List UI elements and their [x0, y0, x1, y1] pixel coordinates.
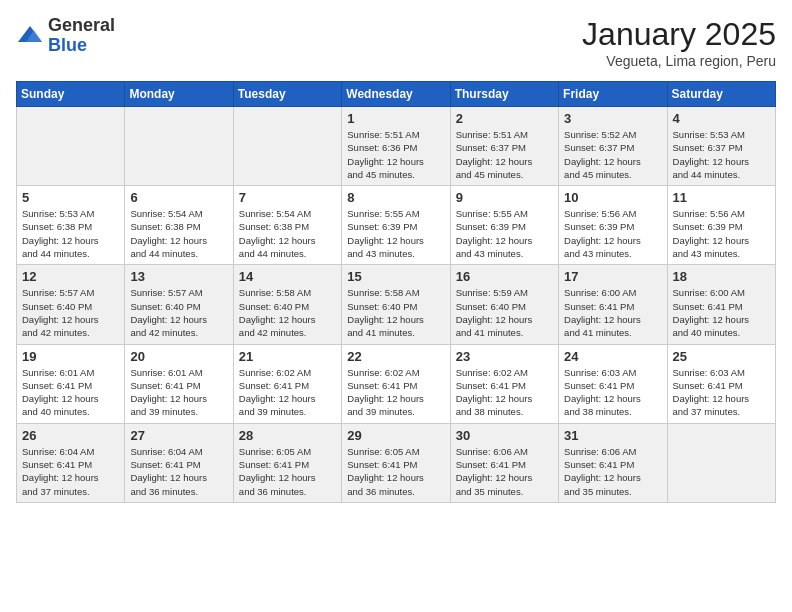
day-number: 21 — [239, 349, 336, 364]
cell-details: Sunrise: 5:55 AM Sunset: 6:39 PM Dayligh… — [347, 207, 444, 260]
location-subtitle: Vegueta, Lima region, Peru — [582, 53, 776, 69]
calendar-cell: 26Sunrise: 6:04 AM Sunset: 6:41 PM Dayli… — [17, 423, 125, 502]
cell-details: Sunrise: 5:56 AM Sunset: 6:39 PM Dayligh… — [564, 207, 661, 260]
calendar-cell: 30Sunrise: 6:06 AM Sunset: 6:41 PM Dayli… — [450, 423, 558, 502]
day-number: 7 — [239, 190, 336, 205]
cell-details: Sunrise: 6:06 AM Sunset: 6:41 PM Dayligh… — [456, 445, 553, 498]
cell-details: Sunrise: 6:01 AM Sunset: 6:41 PM Dayligh… — [130, 366, 227, 419]
cell-details: Sunrise: 6:04 AM Sunset: 6:41 PM Dayligh… — [130, 445, 227, 498]
calendar-cell — [125, 107, 233, 186]
calendar-cell — [667, 423, 775, 502]
calendar-cell: 15Sunrise: 5:58 AM Sunset: 6:40 PM Dayli… — [342, 265, 450, 344]
calendar-cell: 4Sunrise: 5:53 AM Sunset: 6:37 PM Daylig… — [667, 107, 775, 186]
day-number: 31 — [564, 428, 661, 443]
calendar-cell: 16Sunrise: 5:59 AM Sunset: 6:40 PM Dayli… — [450, 265, 558, 344]
day-number: 4 — [673, 111, 770, 126]
calendar-cell: 22Sunrise: 6:02 AM Sunset: 6:41 PM Dayli… — [342, 344, 450, 423]
cell-details: Sunrise: 5:57 AM Sunset: 6:40 PM Dayligh… — [130, 286, 227, 339]
calendar-cell: 6Sunrise: 5:54 AM Sunset: 6:38 PM Daylig… — [125, 186, 233, 265]
cell-details: Sunrise: 5:51 AM Sunset: 6:37 PM Dayligh… — [456, 128, 553, 181]
day-number: 10 — [564, 190, 661, 205]
calendar-week-2: 5Sunrise: 5:53 AM Sunset: 6:38 PM Daylig… — [17, 186, 776, 265]
day-number: 26 — [22, 428, 119, 443]
calendar-cell: 19Sunrise: 6:01 AM Sunset: 6:41 PM Dayli… — [17, 344, 125, 423]
logo: General Blue — [16, 16, 115, 56]
day-number: 15 — [347, 269, 444, 284]
calendar-body: 1Sunrise: 5:51 AM Sunset: 6:36 PM Daylig… — [17, 107, 776, 503]
cell-details: Sunrise: 5:51 AM Sunset: 6:36 PM Dayligh… — [347, 128, 444, 181]
calendar-cell: 8Sunrise: 5:55 AM Sunset: 6:39 PM Daylig… — [342, 186, 450, 265]
calendar-cell: 25Sunrise: 6:03 AM Sunset: 6:41 PM Dayli… — [667, 344, 775, 423]
day-number: 23 — [456, 349, 553, 364]
logo-icon — [16, 22, 44, 50]
cell-details: Sunrise: 6:01 AM Sunset: 6:41 PM Dayligh… — [22, 366, 119, 419]
calendar-cell: 24Sunrise: 6:03 AM Sunset: 6:41 PM Dayli… — [559, 344, 667, 423]
calendar-week-1: 1Sunrise: 5:51 AM Sunset: 6:36 PM Daylig… — [17, 107, 776, 186]
calendar-week-3: 12Sunrise: 5:57 AM Sunset: 6:40 PM Dayli… — [17, 265, 776, 344]
calendar-week-4: 19Sunrise: 6:01 AM Sunset: 6:41 PM Dayli… — [17, 344, 776, 423]
cell-details: Sunrise: 5:52 AM Sunset: 6:37 PM Dayligh… — [564, 128, 661, 181]
day-number: 29 — [347, 428, 444, 443]
day-number: 27 — [130, 428, 227, 443]
calendar-cell: 10Sunrise: 5:56 AM Sunset: 6:39 PM Dayli… — [559, 186, 667, 265]
day-header-sunday: Sunday — [17, 82, 125, 107]
cell-details: Sunrise: 5:59 AM Sunset: 6:40 PM Dayligh… — [456, 286, 553, 339]
logo-blue-text: Blue — [48, 35, 87, 55]
calendar-cell: 18Sunrise: 6:00 AM Sunset: 6:41 PM Dayli… — [667, 265, 775, 344]
cell-details: Sunrise: 5:54 AM Sunset: 6:38 PM Dayligh… — [130, 207, 227, 260]
calendar-cell — [17, 107, 125, 186]
day-header-monday: Monday — [125, 82, 233, 107]
day-header-thursday: Thursday — [450, 82, 558, 107]
cell-details: Sunrise: 6:06 AM Sunset: 6:41 PM Dayligh… — [564, 445, 661, 498]
day-number: 18 — [673, 269, 770, 284]
calendar-table: SundayMondayTuesdayWednesdayThursdayFrid… — [16, 81, 776, 503]
calendar-cell: 1Sunrise: 5:51 AM Sunset: 6:36 PM Daylig… — [342, 107, 450, 186]
calendar-cell: 12Sunrise: 5:57 AM Sunset: 6:40 PM Dayli… — [17, 265, 125, 344]
day-number: 13 — [130, 269, 227, 284]
calendar-cell — [233, 107, 341, 186]
day-number: 6 — [130, 190, 227, 205]
logo-general-text: General — [48, 15, 115, 35]
calendar-cell: 21Sunrise: 6:02 AM Sunset: 6:41 PM Dayli… — [233, 344, 341, 423]
calendar-cell: 28Sunrise: 6:05 AM Sunset: 6:41 PM Dayli… — [233, 423, 341, 502]
cell-details: Sunrise: 6:02 AM Sunset: 6:41 PM Dayligh… — [456, 366, 553, 419]
calendar-cell: 23Sunrise: 6:02 AM Sunset: 6:41 PM Dayli… — [450, 344, 558, 423]
day-number: 8 — [347, 190, 444, 205]
calendar-cell: 14Sunrise: 5:58 AM Sunset: 6:40 PM Dayli… — [233, 265, 341, 344]
calendar-cell: 17Sunrise: 6:00 AM Sunset: 6:41 PM Dayli… — [559, 265, 667, 344]
calendar-cell: 9Sunrise: 5:55 AM Sunset: 6:39 PM Daylig… — [450, 186, 558, 265]
day-number: 1 — [347, 111, 444, 126]
calendar-cell: 31Sunrise: 6:06 AM Sunset: 6:41 PM Dayli… — [559, 423, 667, 502]
page-header: General Blue January 2025 Vegueta, Lima … — [16, 16, 776, 69]
cell-details: Sunrise: 6:02 AM Sunset: 6:41 PM Dayligh… — [347, 366, 444, 419]
calendar-cell: 27Sunrise: 6:04 AM Sunset: 6:41 PM Dayli… — [125, 423, 233, 502]
days-of-week-row: SundayMondayTuesdayWednesdayThursdayFrid… — [17, 82, 776, 107]
day-number: 12 — [22, 269, 119, 284]
cell-details: Sunrise: 5:54 AM Sunset: 6:38 PM Dayligh… — [239, 207, 336, 260]
day-number: 20 — [130, 349, 227, 364]
calendar-cell: 2Sunrise: 5:51 AM Sunset: 6:37 PM Daylig… — [450, 107, 558, 186]
day-number: 14 — [239, 269, 336, 284]
cell-details: Sunrise: 6:02 AM Sunset: 6:41 PM Dayligh… — [239, 366, 336, 419]
day-number: 24 — [564, 349, 661, 364]
cell-details: Sunrise: 6:05 AM Sunset: 6:41 PM Dayligh… — [239, 445, 336, 498]
day-number: 25 — [673, 349, 770, 364]
day-header-tuesday: Tuesday — [233, 82, 341, 107]
day-number: 5 — [22, 190, 119, 205]
calendar-header: SundayMondayTuesdayWednesdayThursdayFrid… — [17, 82, 776, 107]
calendar-cell: 3Sunrise: 5:52 AM Sunset: 6:37 PM Daylig… — [559, 107, 667, 186]
month-title: January 2025 — [582, 16, 776, 53]
day-number: 22 — [347, 349, 444, 364]
day-header-wednesday: Wednesday — [342, 82, 450, 107]
calendar-cell: 20Sunrise: 6:01 AM Sunset: 6:41 PM Dayli… — [125, 344, 233, 423]
day-header-saturday: Saturday — [667, 82, 775, 107]
day-number: 19 — [22, 349, 119, 364]
calendar-cell: 7Sunrise: 5:54 AM Sunset: 6:38 PM Daylig… — [233, 186, 341, 265]
cell-details: Sunrise: 6:00 AM Sunset: 6:41 PM Dayligh… — [673, 286, 770, 339]
cell-details: Sunrise: 5:56 AM Sunset: 6:39 PM Dayligh… — [673, 207, 770, 260]
cell-details: Sunrise: 6:04 AM Sunset: 6:41 PM Dayligh… — [22, 445, 119, 498]
cell-details: Sunrise: 5:53 AM Sunset: 6:37 PM Dayligh… — [673, 128, 770, 181]
day-number: 11 — [673, 190, 770, 205]
cell-details: Sunrise: 5:57 AM Sunset: 6:40 PM Dayligh… — [22, 286, 119, 339]
calendar-cell: 5Sunrise: 5:53 AM Sunset: 6:38 PM Daylig… — [17, 186, 125, 265]
